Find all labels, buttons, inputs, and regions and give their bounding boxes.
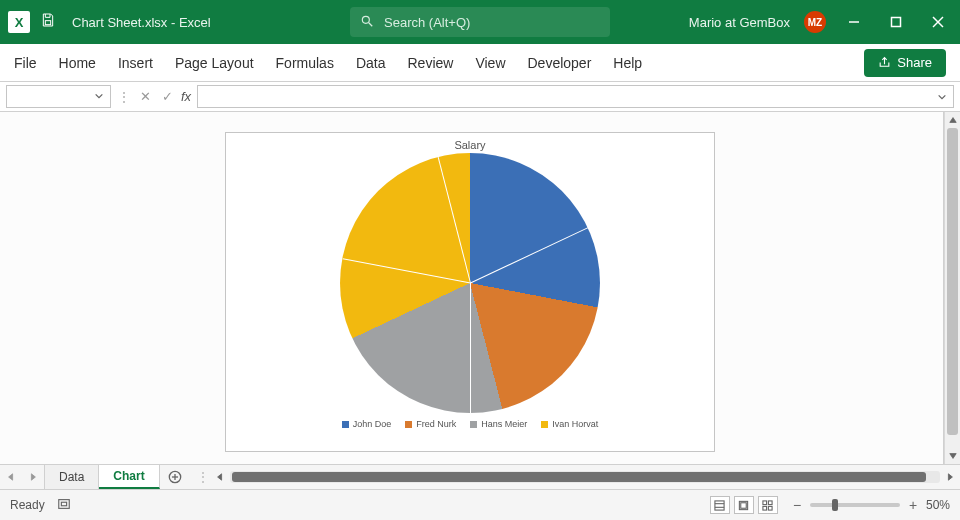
scroll-left-icon[interactable] — [216, 470, 224, 484]
sheet-tab-label: Data — [59, 470, 84, 484]
share-button[interactable]: Share — [864, 49, 946, 77]
scroll-thumb[interactable] — [232, 472, 926, 482]
share-icon — [878, 56, 891, 69]
legend-label: Hans Meier — [481, 419, 527, 429]
tab-nav-next[interactable] — [22, 465, 44, 489]
scroll-up-icon[interactable] — [945, 112, 960, 128]
ribbon-tab-formulas[interactable]: Formulas — [276, 55, 334, 71]
scroll-thumb[interactable] — [947, 128, 958, 435]
svg-rect-24 — [769, 500, 773, 504]
filename-text: Chart Sheet.xlsx — [72, 15, 167, 30]
worksheet-area: Salary John DoeFred NurkHans MeierIvan H… — [0, 112, 960, 464]
formula-input[interactable] — [197, 85, 954, 108]
scroll-down-icon[interactable] — [945, 448, 960, 464]
status-ready: Ready — [10, 498, 45, 512]
sheet-tab-data[interactable]: Data — [45, 465, 99, 489]
svg-rect-22 — [741, 502, 747, 508]
ribbon-tab-developer[interactable]: Developer — [528, 55, 592, 71]
svg-marker-9 — [9, 474, 13, 480]
status-bar: Ready − + 50% — [0, 490, 960, 520]
sheet-tab-label: Chart — [113, 469, 144, 483]
legend-swatch — [470, 421, 477, 428]
svg-marker-14 — [217, 474, 221, 480]
ribbon-tab-home[interactable]: Home — [59, 55, 96, 71]
zoom-slider-track[interactable] — [810, 503, 900, 507]
legend-label: Fred Nurk — [416, 419, 456, 429]
svg-marker-7 — [949, 118, 955, 123]
scroll-right-icon[interactable] — [946, 470, 954, 484]
enter-formula-button[interactable]: ✓ — [159, 89, 175, 104]
chart-title: Salary — [226, 133, 714, 151]
horizontal-scrollbar[interactable]: ⋮ — [190, 465, 960, 489]
fx-label[interactable]: fx — [181, 89, 191, 104]
excel-app-icon: X — [8, 11, 30, 33]
sheet-tab-bar: Data Chart ⋮ — [0, 464, 960, 490]
view-pagebreak-button[interactable] — [758, 496, 778, 514]
legend-item: Hans Meier — [470, 419, 527, 429]
vertical-scrollbar[interactable] — [944, 112, 960, 464]
svg-rect-0 — [45, 21, 50, 25]
view-mode-buttons — [710, 496, 778, 514]
legend-item: Ivan Horvat — [541, 419, 598, 429]
chart-canvas[interactable]: Salary John DoeFred NurkHans MeierIvan H… — [0, 112, 944, 464]
legend-swatch — [541, 421, 548, 428]
chart-object[interactable]: Salary John DoeFred NurkHans MeierIvan H… — [225, 132, 715, 452]
new-sheet-button[interactable] — [160, 465, 190, 489]
tab-nav-prev[interactable] — [0, 465, 22, 489]
ribbon-tab-insert[interactable]: Insert — [118, 55, 153, 71]
ribbon-tab-file[interactable]: File — [14, 55, 37, 71]
svg-rect-18 — [715, 500, 724, 509]
chevron-down-icon[interactable] — [94, 90, 104, 104]
user-label[interactable]: Mario at GemBox — [689, 15, 790, 30]
ribbon-tab-view[interactable]: View — [475, 55, 505, 71]
user-avatar[interactable]: MZ — [804, 11, 826, 33]
chart-legend: John DoeFred NurkHans MeierIvan Horvat — [226, 419, 714, 429]
svg-rect-16 — [58, 499, 69, 508]
svg-rect-17 — [61, 502, 66, 506]
zoom-out-button[interactable]: − — [790, 498, 804, 512]
window-close-button[interactable] — [924, 8, 952, 36]
legend-swatch — [342, 421, 349, 428]
legend-item: Fred Nurk — [405, 419, 456, 429]
formula-bar: ⋮ ✕ ✓ fx — [0, 82, 960, 112]
sheet-tab-chart[interactable]: Chart — [99, 465, 159, 489]
zoom-value: 50% — [926, 498, 950, 512]
svg-rect-4 — [892, 18, 901, 27]
share-label: Share — [897, 55, 932, 70]
svg-rect-25 — [763, 506, 767, 510]
search-icon — [360, 14, 374, 31]
ribbon-tab-pagelayout[interactable]: Page Layout — [175, 55, 254, 71]
legend-item: John Doe — [342, 419, 392, 429]
window-minimize-button[interactable] — [840, 8, 868, 36]
name-box[interactable] — [6, 85, 111, 108]
scroll-track[interactable] — [945, 128, 960, 448]
legend-swatch — [405, 421, 412, 428]
pie-chart — [340, 153, 600, 413]
app-suffix: - Excel — [167, 15, 210, 30]
save-icon[interactable] — [40, 12, 56, 32]
zoom-in-button[interactable]: + — [906, 498, 920, 512]
view-normal-button[interactable] — [710, 496, 730, 514]
search-placeholder: Search (Alt+Q) — [384, 15, 470, 30]
zoom-control[interactable]: − + 50% — [790, 498, 950, 512]
ribbon-tab-review[interactable]: Review — [408, 55, 454, 71]
ribbon-tab-data[interactable]: Data — [356, 55, 386, 71]
search-box[interactable]: Search (Alt+Q) — [350, 7, 610, 37]
gripper-icon[interactable]: ⋮ — [196, 469, 210, 485]
scroll-track[interactable] — [230, 471, 940, 483]
zoom-slider-thumb[interactable] — [832, 499, 838, 511]
svg-rect-26 — [769, 506, 773, 510]
svg-rect-23 — [763, 500, 767, 504]
svg-marker-8 — [949, 454, 955, 459]
chevron-down-icon[interactable] — [937, 88, 947, 106]
cancel-formula-button[interactable]: ✕ — [137, 89, 153, 104]
svg-marker-15 — [948, 474, 952, 480]
window-maximize-button[interactable] — [882, 8, 910, 36]
macro-record-icon[interactable] — [57, 497, 71, 514]
view-pagelayout-button[interactable] — [734, 496, 754, 514]
svg-line-2 — [369, 22, 373, 26]
ribbon-tab-help[interactable]: Help — [613, 55, 642, 71]
svg-point-1 — [362, 16, 369, 23]
legend-label: John Doe — [353, 419, 392, 429]
window-title: Chart Sheet.xlsx - Excel — [72, 15, 211, 30]
